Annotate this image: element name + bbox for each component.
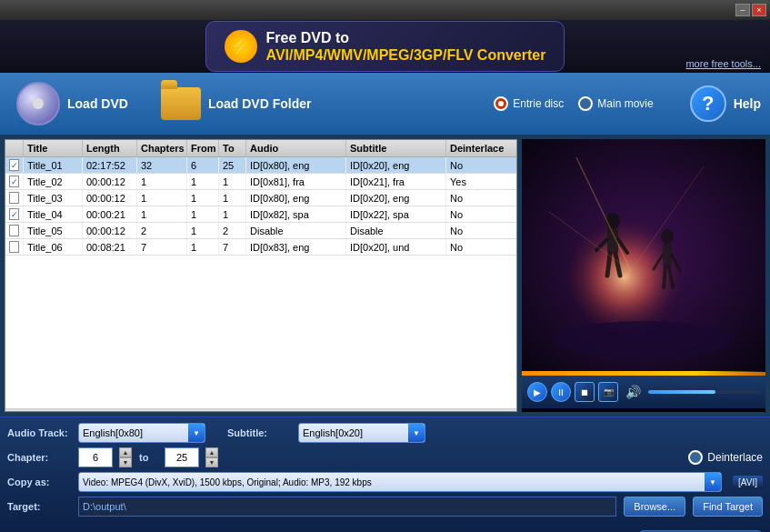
audio-track-arrow: ▼ <box>188 424 205 442</box>
load-dvd-button[interactable]: Load DVD <box>9 78 135 129</box>
row-title: Title_06 <box>24 239 83 255</box>
row-length: 00:00:12 <box>83 223 137 238</box>
col-from: From <box>187 140 219 156</box>
volume-slider[interactable] <box>648 390 760 394</box>
subtitle-label: Subtitle: <box>227 427 291 438</box>
header-title: Free DVD to AVI/MP4/WMV/MPEG/3GP/FLV Con… <box>266 29 546 64</box>
load-folder-button[interactable]: Load DVD Folder <box>154 84 319 124</box>
minimize-button[interactable]: – <box>735 4 750 16</box>
col-subtitle: Subtitle <box>346 140 446 156</box>
entire-disc-radio[interactable]: Entrie disc <box>494 96 564 111</box>
row-title: Title_05 <box>24 223 83 238</box>
close-button[interactable]: × <box>752 4 766 16</box>
subtitle-select[interactable]: English[0x20] ▼ <box>298 423 425 443</box>
start-area: ⚡ Start <box>0 527 770 532</box>
row-deinterlace: No <box>446 190 516 206</box>
row-to: 25 <box>219 157 246 173</box>
table-row[interactable]: ✓Title_0102:17:5232625ID[0x80], engID[0x… <box>5 157 516 174</box>
row-audio: ID[0x80], eng <box>246 190 346 206</box>
row-check[interactable]: ✓ <box>5 206 24 222</box>
deinterlace-radio[interactable]: Deinterlace <box>688 450 763 465</box>
title-bar: – × <box>0 0 770 20</box>
chapter-from-input[interactable]: 6 <box>78 447 113 467</box>
header-logo: ⚡ Free DVD to AVI/MP4/WMV/MPEG/3GP/FLV C… <box>205 21 565 72</box>
row-audio: Disable <box>246 223 346 238</box>
table-row[interactable]: ✓Title_0400:00:21111ID[0x82], spaID[0x22… <box>5 206 516 223</box>
horizontal-scrollbar[interactable] <box>5 408 516 412</box>
row-subtitle: ID[0x20], eng <box>346 190 446 206</box>
row-deinterlace: No <box>446 239 516 255</box>
checkbox[interactable] <box>9 241 19 253</box>
main-content: Title Length Chapters From To Audio Subt… <box>0 135 770 417</box>
video-progress-bar[interactable] <box>522 371 765 376</box>
col-length: Length <box>83 140 137 156</box>
chapter-label: Chapter: <box>7 452 71 463</box>
stop-button[interactable]: ⏹ <box>575 382 595 402</box>
chapter-to-down[interactable]: ▼ <box>205 457 218 467</box>
main-movie-radio[interactable]: Main movie <box>578 96 653 111</box>
checkbox[interactable] <box>9 225 19 236</box>
entire-disc-radio-dot <box>494 96 508 111</box>
checkbox[interactable]: ✓ <box>9 159 19 171</box>
checkbox[interactable]: ✓ <box>9 208 19 220</box>
audio-track-select[interactable]: English[0x80] ▼ <box>78 423 205 443</box>
help-button[interactable]: ? Help <box>690 85 761 122</box>
audio-track-label: Audio Track: <box>7 427 71 438</box>
row-check[interactable]: ✓ <box>5 174 24 189</box>
title-table: Title Length Chapters From To Audio Subt… <box>5 139 517 412</box>
play-button[interactable]: ▶ <box>527 382 547 402</box>
volume-icon: 🔊 <box>625 385 641 399</box>
row-length: 00:00:21 <box>83 206 137 222</box>
row-check[interactable] <box>5 190 24 206</box>
checkbox[interactable] <box>9 192 19 204</box>
chapter-from-up[interactable]: ▲ <box>119 447 132 457</box>
row-check[interactable] <box>5 223 24 238</box>
pause-button[interactable]: ⏸ <box>551 382 571 402</box>
row-from: 1 <box>187 190 219 206</box>
chapter-from-down[interactable]: ▼ <box>119 457 132 467</box>
table-row[interactable]: Title_0500:00:12212DisableDisableNo <box>5 223 516 239</box>
checkbox[interactable]: ✓ <box>9 176 19 187</box>
copy-as-select[interactable]: Video: MPEG4 (DivX, XviD), 1500 kbps, Or… <box>78 472 722 492</box>
video-frame <box>522 139 765 376</box>
row-deinterlace: No <box>446 223 516 238</box>
row-from: 1 <box>187 174 219 189</box>
disc-mode-group: Entrie disc Main movie <box>494 96 653 111</box>
chapter-to-up[interactable]: ▲ <box>205 447 218 457</box>
row-subtitle: ID[0x20], und <box>346 239 446 255</box>
snapshot-button[interactable]: 📷 <box>598 382 618 402</box>
find-target-button[interactable]: Find Target <box>693 497 763 517</box>
deinterlace-label: Deinterlace <box>707 451 763 464</box>
table-row[interactable]: ✓Title_0200:00:12111ID[0x81], fraID[0x21… <box>5 174 516 190</box>
video-preview: ▶ ⏸ ⏹ 📷 🔊 <box>522 139 765 412</box>
deinterlace-radio-dot <box>688 450 703 465</box>
help-icon: ? <box>690 85 726 122</box>
row-from: 1 <box>187 206 219 222</box>
chapter-to-spinner[interactable]: ▲ ▼ <box>205 447 218 467</box>
row-deinterlace: Yes <box>446 174 516 189</box>
row-chapters: 2 <box>137 223 187 238</box>
browse-button[interactable]: Browse... <box>624 497 685 517</box>
chapter-from-spinner[interactable]: ▲ ▼ <box>119 447 132 467</box>
load-folder-label: Load DVD Folder <box>208 96 312 111</box>
table-row[interactable]: Title_0300:00:12111ID[0x80], engID[0x20]… <box>5 190 516 206</box>
row-check[interactable]: ✓ <box>5 157 24 173</box>
row-check[interactable] <box>5 239 24 255</box>
chapter-to-input[interactable]: 25 <box>165 447 199 467</box>
row-subtitle: ID[0x21], fra <box>346 174 446 189</box>
more-free-tools-link[interactable]: more free tools... <box>685 58 761 69</box>
scrollbar-thumb <box>24 411 78 413</box>
target-path-input[interactable]: D:\output\ <box>78 497 616 517</box>
app-header: ⚡ Free DVD to AVI/MP4/WMV/MPEG/3GP/FLV C… <box>0 20 770 73</box>
table-row[interactable]: Title_0600:08:21717ID[0x83], engID[0x20]… <box>5 239 516 256</box>
help-label: Help <box>734 96 761 111</box>
row-to: 2 <box>219 223 246 238</box>
target-label: Target: <box>7 501 71 512</box>
row-chapters: 1 <box>137 190 187 206</box>
video-controls: ▶ ⏸ ⏹ 📷 🔊 <box>522 376 765 408</box>
col-to: To <box>219 140 246 156</box>
row-title: Title_04 <box>24 206 83 222</box>
main-movie-radio-dot <box>578 96 593 111</box>
row-subtitle: Disable <box>346 223 446 238</box>
row-subtitle: ID[0x20], eng <box>346 157 446 173</box>
